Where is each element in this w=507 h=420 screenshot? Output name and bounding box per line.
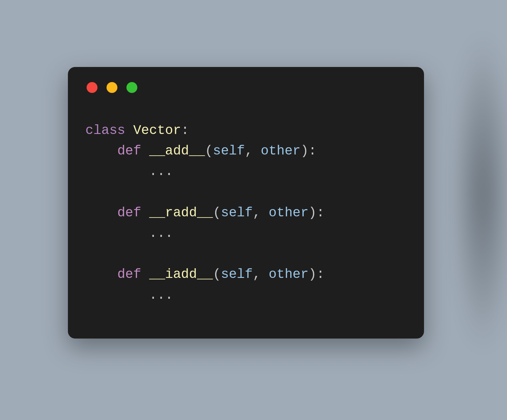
- param-self: self: [213, 143, 245, 158]
- param-other: other: [261, 143, 301, 158]
- indent: [85, 226, 149, 241]
- param-other: other: [269, 205, 308, 220]
- keyword-def: def: [117, 267, 141, 282]
- close-paren-colon: ):: [308, 267, 324, 282]
- keyword-class: class: [85, 123, 125, 138]
- param-self: self: [221, 267, 253, 282]
- indent: [85, 205, 117, 220]
- background-shadow: [453, 33, 507, 353]
- code-window: class Vector: def __add__(self, other): …: [68, 67, 424, 339]
- class-name: Vector: [133, 123, 181, 138]
- param-self: self: [221, 205, 253, 220]
- keyword-def: def: [117, 205, 141, 220]
- close-paren-colon: ):: [308, 205, 324, 220]
- method-name-add: __add__: [149, 143, 205, 158]
- indent: [85, 143, 117, 158]
- open-paren: (: [205, 143, 213, 158]
- open-paren: (: [213, 205, 221, 220]
- ellipsis: ...: [149, 226, 173, 241]
- maximize-icon[interactable]: [126, 82, 137, 93]
- window-traffic-lights: [87, 82, 407, 93]
- ellipsis: ...: [149, 164, 173, 179]
- comma: ,: [253, 267, 269, 282]
- indent: [85, 267, 117, 282]
- comma: ,: [245, 143, 261, 158]
- method-name-iadd: __iadd__: [149, 267, 213, 282]
- minimize-icon[interactable]: [107, 82, 117, 93]
- ellipsis: ...: [149, 288, 173, 303]
- indent: [85, 164, 149, 179]
- open-paren: (: [213, 267, 221, 282]
- comma: ,: [253, 205, 269, 220]
- method-name-radd: __radd__: [149, 205, 213, 220]
- param-other: other: [269, 267, 308, 282]
- colon: :: [181, 123, 189, 138]
- keyword-def: def: [117, 143, 141, 158]
- code-block: class Vector: def __add__(self, other): …: [85, 120, 407, 305]
- close-paren-colon: ):: [301, 143, 317, 158]
- close-icon[interactable]: [87, 82, 97, 93]
- indent: [85, 288, 149, 303]
